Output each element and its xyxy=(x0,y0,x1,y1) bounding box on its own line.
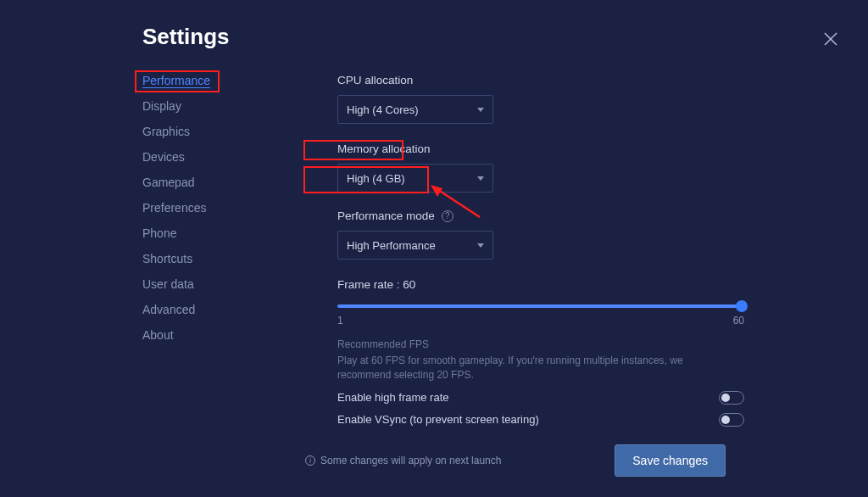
sidebar-item-shortcuts[interactable]: Shortcuts xyxy=(142,250,236,267)
close-icon[interactable] xyxy=(824,32,837,46)
recommended-fps-body: Play at 60 FPS for smooth gameplay. If y… xyxy=(337,354,736,383)
sidebar-item-gamepad[interactable]: Gamepad xyxy=(142,174,236,191)
help-icon[interactable]: ? xyxy=(442,210,453,222)
enable-high-frame-rate-toggle[interactable] xyxy=(719,391,744,405)
frame-rate-label: Frame rate : 60 xyxy=(337,278,415,291)
memory-allocation-value: High (4 GB) xyxy=(347,172,405,185)
info-icon: i xyxy=(305,455,315,466)
sidebar: Performance Display Graphics Devices Gam… xyxy=(142,72,236,444)
enable-high-frame-rate-label: Enable high frame rate xyxy=(337,391,449,404)
save-changes-button[interactable]: Save changes xyxy=(615,444,726,477)
performance-mode-value: High Performance xyxy=(347,239,436,252)
page-title: Settings xyxy=(142,24,868,50)
frame-rate-min: 1 xyxy=(337,315,343,327)
chevron-down-icon xyxy=(477,108,484,112)
sidebar-item-preferences[interactable]: Preferences xyxy=(142,199,236,216)
memory-allocation-select[interactable]: High (4 GB) xyxy=(337,164,493,193)
sidebar-item-about[interactable]: About xyxy=(142,327,236,343)
sidebar-item-phone[interactable]: Phone xyxy=(142,225,236,242)
enable-vsync-label: Enable VSync (to prevent screen tearing) xyxy=(337,413,539,426)
sidebar-item-graphics[interactable]: Graphics xyxy=(142,123,236,140)
performance-mode-label: Performance mode xyxy=(337,209,435,222)
frame-rate-slider[interactable] xyxy=(337,304,744,308)
cpu-allocation-select[interactable]: High (4 Cores) xyxy=(337,95,493,124)
info-message: Some changes will apply on next launch xyxy=(320,455,501,466)
sidebar-item-devices[interactable]: Devices xyxy=(142,148,236,165)
chevron-down-icon xyxy=(477,243,484,248)
chevron-down-icon xyxy=(477,176,484,181)
frame-rate-max: 60 xyxy=(733,315,744,327)
enable-vsync-toggle[interactable] xyxy=(719,413,744,427)
main-panel: CPU allocation High (4 Cores) Memory all… xyxy=(337,72,744,444)
performance-mode-select[interactable]: High Performance xyxy=(337,231,493,260)
sidebar-item-user-data[interactable]: User data xyxy=(142,276,236,293)
sidebar-item-advanced[interactable]: Advanced xyxy=(142,301,236,318)
slider-thumb[interactable] xyxy=(736,300,748,312)
memory-allocation-label: Memory allocation xyxy=(337,142,431,155)
sidebar-item-performance[interactable]: Performance xyxy=(142,72,236,89)
cpu-allocation-label: CPU allocation xyxy=(337,74,413,87)
sidebar-item-display[interactable]: Display xyxy=(142,98,236,114)
recommended-fps-title: Recommended FPS xyxy=(337,338,744,350)
info-text: i Some changes will apply on next launch xyxy=(305,455,501,466)
cpu-allocation-value: High (4 Cores) xyxy=(347,103,419,116)
